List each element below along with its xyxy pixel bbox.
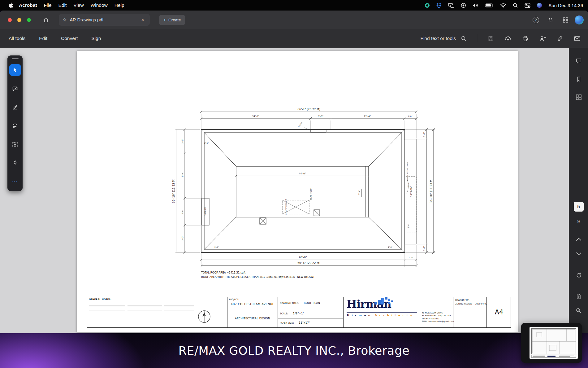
scale-value: 1/8"=1'	[293, 312, 304, 315]
control-center-icon[interactable]	[525, 3, 530, 8]
dim-label: 3'-0"	[181, 236, 184, 240]
upload-cloud-button[interactable]	[504, 34, 512, 42]
help-icon: ?	[533, 17, 539, 23]
spotlight-icon[interactable]	[513, 3, 518, 8]
notifications-button[interactable]	[545, 14, 556, 25]
address-line: TEL:647 4013922	[422, 318, 454, 320]
divider	[278, 318, 343, 318]
previous-page-button[interactable]	[573, 233, 585, 245]
window-titlebar: ☆ AR Drawings.pdf ✕ + Create ?	[0, 11, 588, 29]
project-label: PROJECT:	[229, 298, 239, 301]
thumbnails-panel-button[interactable]	[573, 91, 585, 103]
menu-help[interactable]: Help	[111, 2, 128, 8]
menu-view[interactable]: View	[70, 2, 87, 8]
menu-file[interactable]: File	[41, 2, 55, 8]
export-pdf-button[interactable]	[573, 290, 585, 303]
sign-menu[interactable]: Sign	[91, 36, 101, 41]
dim-label: 4'-0"	[181, 209, 184, 214]
document-tab[interactable]: ☆ AR Drawings.pdf ✕	[59, 14, 150, 26]
minimize-window-button[interactable]	[17, 18, 21, 22]
home-button[interactable]	[40, 14, 51, 25]
fill-sign-tool[interactable]	[9, 157, 21, 169]
next-page-button[interactable]	[573, 248, 585, 260]
plan-label: FLAT ROOF	[204, 207, 206, 216]
menu-app-name[interactable]: Acrobat	[15, 2, 41, 8]
north-arrow-icon	[197, 310, 211, 323]
edit-menu[interactable]: Edit	[39, 36, 47, 41]
dim-label: 66'-4" [20.22 M]	[297, 261, 320, 265]
title-block: GENERAL NOTES: PROJECT: 487 COLD STREAM …	[87, 297, 511, 328]
dim-label: 2'-5"	[407, 182, 409, 187]
current-page-input[interactable]: 5	[574, 202, 584, 212]
general-notes-section: GENERAL NOTES:	[87, 297, 227, 327]
pip-thumbnail-window[interactable]	[521, 323, 582, 363]
create-button[interactable]: + Create	[159, 15, 185, 25]
dim-label: 8'-6"	[407, 224, 409, 228]
dimension-lines	[175, 111, 435, 267]
divider	[278, 309, 343, 309]
email-button[interactable]	[573, 34, 581, 42]
share-add-user-button[interactable]	[538, 34, 547, 42]
app-grid-button[interactable]	[560, 14, 571, 25]
close-window-button[interactable]	[8, 18, 12, 22]
help-button[interactable]: ?	[530, 14, 541, 25]
select-tool[interactable]	[9, 64, 21, 76]
tab-close-icon[interactable]: ✕	[139, 16, 146, 23]
general-notes-title: GENERAL NOTES:	[89, 298, 111, 301]
dim-label: 44'-0"	[299, 172, 306, 175]
issued-for-label: ISSUED FOR	[455, 299, 469, 301]
add-comment-tool[interactable]	[9, 83, 21, 94]
pip-floorplan-drawing	[530, 327, 578, 359]
more-tools-button[interactable]: ···	[9, 176, 21, 187]
dim-label: 36'-10" [11.23 M]	[172, 178, 175, 203]
bookmarks-panel-button[interactable]	[573, 73, 585, 85]
convert-menu[interactable]: Convert	[61, 36, 78, 41]
banner-text: RE/MAX GOLD REALTY INC., Brokerage	[179, 344, 410, 357]
comments-panel-button[interactable]	[573, 55, 585, 67]
zoom-window-button[interactable]	[27, 18, 31, 22]
apple-menu-icon[interactable]	[6, 2, 15, 8]
menu-window[interactable]: Window	[87, 2, 111, 8]
favorite-star-icon[interactable]: ☆	[63, 17, 67, 23]
recording-status-icon[interactable]	[425, 3, 430, 8]
profile-avatar[interactable]	[575, 15, 584, 24]
dim-label: 3'-6"	[181, 139, 184, 143]
save-button[interactable]	[486, 34, 495, 42]
palette-drag-handle[interactable]	[12, 58, 19, 59]
highlight-tool[interactable]	[9, 101, 21, 113]
quick-tools-palette: ···	[7, 55, 23, 191]
total-pages-label: 9	[577, 219, 580, 224]
roof-geometry	[201, 128, 416, 252]
pdf-page: 66'-4" [20.22 M] 34'-0" 6'-0" 22'-4" 3'-…	[77, 51, 518, 332]
dropbox-icon[interactable]	[436, 3, 442, 8]
micro-text-block	[128, 302, 162, 326]
plan-label: 6'-0"x4'-0" SKYLIGHT	[285, 199, 287, 215]
document-viewport: ···	[0, 48, 569, 333]
battery-icon[interactable]	[485, 3, 494, 7]
plan-note: TOTAL ROOF AREA =2411.51 sqft	[201, 271, 246, 274]
issued-section: ISSUED FOR ZONING REVIEW 2020-04-02	[453, 297, 486, 327]
rotate-page-button[interactable]	[573, 269, 585, 281]
address-line: 48 MCCALLUM DRIVE	[422, 312, 454, 314]
project-section: PROJECT: 487 COLD STREAM AVENUE ARCHITEC…	[227, 297, 278, 327]
all-tools-menu[interactable]: All tools	[9, 36, 25, 41]
wifi-icon[interactable]	[500, 3, 506, 8]
draw-lasso-tool[interactable]	[9, 120, 21, 132]
dim-label: 3'-0"	[358, 191, 360, 195]
airplay-icon[interactable]	[461, 3, 466, 8]
menu-clock[interactable]: Sun Dec 3 14:39	[548, 3, 583, 8]
plan-label: GUTTER	[298, 122, 303, 128]
app-toolbar: All tools Edit Convert Sign Find text or…	[0, 29, 588, 48]
macos-menu-bar: Acrobat File Edit View Window Help	[0, 0, 588, 11]
assistant-icon[interactable]	[537, 3, 542, 8]
zoom-in-button[interactable]	[573, 304, 585, 317]
issued-date: 2020-04-02	[475, 303, 487, 305]
find-tools-button[interactable]: Find text or tools	[420, 34, 468, 42]
print-button[interactable]	[521, 34, 529, 42]
volume-icon[interactable]	[473, 3, 478, 8]
menu-edit[interactable]: Edit	[55, 2, 70, 8]
displays-icon[interactable]	[448, 3, 454, 8]
dim-label: 3'-2"	[423, 132, 426, 137]
link-button[interactable]	[556, 34, 564, 42]
text-select-tool[interactable]	[9, 138, 21, 150]
